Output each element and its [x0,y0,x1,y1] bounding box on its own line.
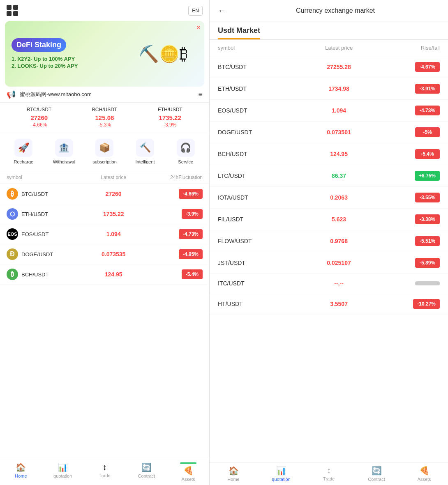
r-header-symbol: symbol [218,45,298,51]
r-bch-change: -5.4% [379,149,440,159]
ticker-btc-symbol: BTC/USDT [27,107,51,113]
r-home-icon: 🏠 [229,466,239,476]
r-flow-price: 0.9768 [298,238,379,244]
coin-eth-name: ETH/USDT [21,211,48,217]
nav-quotation[interactable]: 📊 quotation [42,459,84,485]
announcement-list-icon[interactable]: ≡ [198,90,203,99]
table-row[interactable]: FLOW/USDT 0.9768 -5.51% [210,230,448,252]
nav-trade-label: Trade [99,473,110,478]
btc-price: 27260 [78,191,149,197]
banner-close-icon[interactable]: ✕ [196,24,201,31]
language-button[interactable]: EN [188,6,203,16]
r-btc-price: 27255.28 [298,64,379,70]
subscription-icon: 📦 [95,139,113,157]
banner-item-2: 2. LOOKS- Up to 20% APY [12,63,78,69]
left-bottom-nav: 🏠 Home 📊 quotation ↕️ Trade 🔄 Contract 🍕… [0,459,209,485]
eos-change: -4.73% [149,229,203,239]
ticker-row: BTC/USDT 27260 -4.66% BCH/USDT 125.08 -5… [0,103,209,132]
table-row[interactable]: DOGE/USDT 0.073501 -5% [210,122,448,143]
ticker-eth-price: 1735.22 [158,114,182,121]
coin-bch-name: BCH/USDT [21,271,48,278]
bch-change: -5.4% [149,269,203,279]
table-row[interactable]: BCH/USDT 124.95 -5.4% [210,143,448,165]
nav-trade[interactable]: ↕️ Trade [84,459,126,485]
header-price: Latest price [78,175,149,180]
trade-icon: ↕️ [102,462,106,472]
announcement-text: 蜜桃源码网-www.mitaobo.com [20,91,198,98]
table-row[interactable]: Ð DOGE/USDT 0.073535 -4.95% [0,244,209,264]
r-nav-home[interactable]: 🏠 Home [210,462,257,485]
table-row[interactable]: HT/USDT 3.5507 -10.27% [210,293,448,315]
market-table-header: symbol Latest price 24hFluctuation [0,171,209,184]
r-bch-symbol: BCH/USDT [218,151,298,157]
right-table-header: symbol Latest price Rise/fall [210,40,448,56]
ticker-eth[interactable]: ETH/USDT 1735.22 -3.9% [158,107,182,128]
r-ltc-symbol: LTC/USDT [218,172,298,179]
table-row[interactable]: EOS EOS/USDT 1.094 -4.73% [0,224,209,244]
nav-assets[interactable]: 🍕 Assets [167,459,209,485]
doge-change: -4.95% [149,249,203,259]
table-row[interactable]: IOTA/USDT 0.2063 -3.55% [210,187,448,209]
action-withdrawal[interactable]: 🏦 Withdrawal [48,139,81,164]
r-bch-price: 124.95 [298,151,379,157]
r-fil-change: -3.38% [379,214,440,224]
r-flow-change: -5.51% [379,236,440,246]
nav-contract[interactable]: 🔄 Contract [125,459,167,485]
r-nav-trade-label: Trade [323,476,335,481]
r-nav-assets[interactable]: 🍕 Assets [400,462,448,485]
table-row[interactable]: ₿ BCH/USDT 124.95 -5.4% [0,264,209,285]
table-row[interactable]: ⬡ ETH/USDT 1735.22 -3.9% [0,204,209,224]
home-icon: 🏠 [16,462,26,472]
table-row[interactable]: ITC/USDT --,-- [210,274,448,293]
ticker-btc[interactable]: BTC/USDT 27260 -4.66% [27,107,51,128]
contract-icon: 🔄 [141,462,152,472]
ticker-eth-change: -3.9% [158,122,182,128]
action-intelligent[interactable]: 🔨 Intelligent [129,139,162,164]
doge-price: 0.073535 [78,251,149,257]
r-itc-symbol: ITC/USDT [218,280,298,287]
left-header: EN [0,0,209,21]
coin-eos-name: EOS/USDT [21,231,48,237]
service-icon: 🎧 [177,139,195,157]
usdt-market-tab[interactable]: Usdt Market [218,26,260,39]
table-row[interactable]: LTC/USDT 86.37 +6.75% [210,165,448,187]
ticker-bch[interactable]: BCH/USDT 125.08 -5.3% [92,107,117,128]
r-nav-quotation-label: quotation [272,477,290,482]
action-subscription[interactable]: 📦 subscription [88,139,121,164]
action-recharge[interactable]: 🚀 Recharge [7,139,40,164]
r-nav-trade[interactable]: ↕️ Trade [305,462,353,485]
table-row[interactable]: ETH/USDT 1734.98 -3.91% [210,78,448,100]
r-flow-symbol: FLOW/USDT [218,238,298,244]
table-row[interactable]: ₿ BTC/USDT 27260 -4.66% [0,184,209,204]
r-nav-contract[interactable]: 🔄 Contract [353,462,400,485]
withdrawal-label: Withdrawal [53,159,75,164]
btc-change: -4.66% [149,189,203,199]
coin-eth-icon: ⬡ [7,208,18,220]
table-row[interactable]: FIL/USDT 5.623 -3.38% [210,209,448,230]
r-eos-price: 1.094 [298,107,379,114]
r-doge-price: 0.073501 [298,129,379,136]
eth-change: -3.9% [149,209,203,219]
table-row[interactable]: BTC/USDT 27255.28 -4.67% [210,56,448,78]
banner-item-1: 1. X2Y2- Up to 100% APY [12,56,78,62]
intelligent-icon: 🔨 [136,139,154,157]
right-market-list: BTC/USDT 27255.28 -4.67% ETH/USDT 1734.9… [210,56,448,462]
quick-actions: 🚀 Recharge 🏦 Withdrawal 📦 subscription 🔨… [0,132,209,171]
banner-title: DeFi Staking [12,38,66,52]
r-eos-change: -4.73% [379,106,440,115]
action-service[interactable]: 🎧 Service [169,139,202,164]
table-row[interactable]: EOS/USDT 1.094 -4.73% [210,100,448,122]
assets-icon: 🍕 [183,466,194,476]
back-button[interactable]: ← [218,6,226,15]
nav-home[interactable]: 🏠 Home [0,459,42,485]
r-btc-symbol: BTC/USDT [218,64,298,70]
table-row[interactable]: JST/USDT 0.025107 -5.89% [210,252,448,274]
r-ltc-change: +6.75% [379,171,440,181]
ticker-btc-price: 27260 [27,114,51,121]
banner-decoration: ⛏️🪙₿ [122,21,204,87]
recharge-label: Recharge [14,159,33,164]
coin-eos-icon: EOS [7,228,18,240]
bch-price: 124.95 [78,271,149,278]
active-bar [180,462,196,464]
r-nav-quotation[interactable]: 📊 quotation [257,462,305,485]
